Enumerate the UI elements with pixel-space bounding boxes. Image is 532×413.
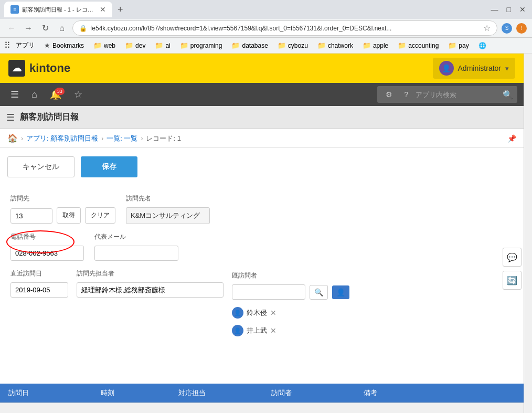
- tab-close-button[interactable]: ✕: [100, 5, 106, 14]
- back-button[interactable]: ←: [5, 24, 18, 33]
- table-header: 訪問日 時刻 対応担当 訪問者 備考: [0, 384, 524, 403]
- visitor-remove-2[interactable]: ✕: [270, 326, 276, 335]
- browser-tab[interactable]: ≡ 顧客別訪問日報 - 1 - レコードの詳... ✕: [4, 2, 112, 17]
- visit-destination-input[interactable]: [10, 208, 52, 224]
- bookmark-dev[interactable]: 📁 dev: [121, 40, 150, 50]
- kintone-logo: ☁ kintone: [8, 60, 70, 77]
- search-input[interactable]: [416, 91, 499, 99]
- visitor-remove-1[interactable]: ✕: [270, 309, 276, 317]
- window-controls: — □ ✕: [489, 5, 528, 14]
- folder-icon: 📁: [398, 41, 406, 49]
- breadcrumb-record-prefix: レコード:: [146, 134, 177, 142]
- bookmark-apps[interactable]: アプリ: [12, 40, 39, 51]
- visit-destination-label: 訪問先: [10, 194, 115, 203]
- bookmark-cybozu[interactable]: 📁 cybozu: [273, 40, 312, 50]
- folder-icon: 📁: [231, 41, 240, 49]
- logo-cloud-icon: ☁: [8, 60, 25, 77]
- visitors-search-button[interactable]: 🔍: [310, 285, 328, 300]
- breadcrumb-record-number: 1: [177, 134, 181, 142]
- bookmark-star-icon[interactable]: ☆: [483, 23, 491, 33]
- folder-icon: 📁: [125, 41, 133, 49]
- globe-icon: 🌐: [478, 42, 486, 49]
- bookmark-chatwork[interactable]: 📁 chatwork: [313, 40, 357, 50]
- bookmark-programing[interactable]: 📁 programing: [176, 40, 227, 50]
- bookmark-more[interactable]: 🌐: [474, 41, 491, 50]
- user-name: Administrator: [458, 64, 501, 72]
- home-nav-icon[interactable]: ⌂: [27, 87, 41, 102]
- favorites-star-icon[interactable]: ☆: [70, 87, 87, 102]
- folder-icon: 📁: [180, 41, 188, 49]
- visitors-label: 既訪問者: [232, 271, 349, 280]
- comment-button[interactable]: 💬: [503, 248, 522, 267]
- assignee-label: 訪問先担当者: [77, 269, 224, 278]
- breadcrumb-home-icon[interactable]: 🏠: [7, 133, 18, 143]
- apps-label: アプリ: [16, 41, 35, 50]
- forward-button[interactable]: →: [22, 24, 35, 33]
- settings-gear-icon[interactable]: ⚙: [381, 88, 397, 101]
- lock-icon: 🔒: [79, 25, 87, 32]
- help-question-icon[interactable]: ?: [400, 88, 412, 101]
- visitors-search-input[interactable]: [232, 284, 305, 300]
- maximize-button[interactable]: □: [505, 5, 513, 14]
- hamburger-menu-icon[interactable]: ☰: [6, 87, 23, 102]
- assignee-input[interactable]: [77, 282, 224, 298]
- new-tab-button[interactable]: +: [118, 4, 123, 15]
- bookmark-pay[interactable]: 📁 pay: [444, 40, 473, 50]
- logo-text: kintone: [29, 61, 70, 75]
- bookmark-database[interactable]: 📁 database: [227, 40, 272, 50]
- extension-icon-1[interactable]: S: [502, 23, 512, 34]
- phone-label: 電話番号: [10, 232, 84, 241]
- pin-icon[interactable]: 📌: [507, 134, 516, 143]
- search-submit-icon[interactable]: 🔍: [503, 90, 513, 100]
- visitor-row-1: 👤 鈴木侵 ✕: [232, 305, 349, 321]
- bookmark-ai[interactable]: 📁 ai: [151, 40, 174, 50]
- table-header-remarks: 備考: [355, 388, 524, 398]
- visitors-add-user-button[interactable]: 👤: [332, 285, 349, 299]
- minimize-button[interactable]: —: [489, 5, 501, 14]
- tab-title: 顧客別訪問日報 - 1 - レコードの詳...: [22, 6, 95, 14]
- list-view-icon[interactable]: ☰: [6, 112, 15, 123]
- breadcrumb-app-prefix: アプリ:: [26, 134, 50, 142]
- last-visit-input[interactable]: [10, 282, 68, 298]
- action-bar: キャンセル 保存: [0, 148, 524, 186]
- save-button[interactable]: 保存: [81, 156, 137, 177]
- url-text: fe54k.cybozu.com/k/857/show#record=1&l.v…: [90, 25, 480, 32]
- bookmark-web-label: web: [104, 42, 115, 49]
- bottom-scrollbar[interactable]: [0, 403, 524, 413]
- apps-grid-icon[interactable]: ⠿: [4, 40, 10, 50]
- kintone-header: ☁ kintone 👤 Administrator ▾: [0, 54, 524, 83]
- email-input[interactable]: [94, 246, 178, 261]
- breadcrumb-app-link[interactable]: アプリ: 顧客別訪問日報: [26, 134, 98, 143]
- bookmark-apple-label: apple: [373, 42, 388, 49]
- extension-icon-2[interactable]: !: [516, 23, 527, 34]
- phone-input[interactable]: [10, 246, 84, 261]
- history-button[interactable]: 🔄: [503, 271, 522, 290]
- kintone-navbar: ☰ ⌂ 🔔 33 ☆ ⚙ ? 🔍: [0, 83, 524, 106]
- user-info[interactable]: 👤 Administrator ▾: [433, 58, 515, 79]
- bookmark-accounting[interactable]: 📁 accounting: [393, 40, 443, 50]
- home-button[interactable]: ⌂: [56, 24, 68, 33]
- star-icon: ★: [44, 41, 50, 49]
- breadcrumb-list-link[interactable]: 一覧: 一覧: [107, 134, 137, 143]
- field-company-name: 訪問先名 K&Mコンサルティング: [126, 194, 210, 224]
- get-button[interactable]: 取得: [57, 207, 81, 224]
- bookmark-web[interactable]: 📁 web: [89, 40, 120, 50]
- bookmark-apple[interactable]: 📁 apple: [358, 40, 392, 50]
- close-button[interactable]: ✕: [517, 5, 528, 14]
- bookmark-ai-label: ai: [165, 42, 170, 49]
- cancel-button[interactable]: キャンセル: [7, 156, 75, 177]
- clear-button[interactable]: クリア: [85, 207, 115, 224]
- reload-button[interactable]: ↻: [39, 23, 51, 33]
- form-row-2: 電話番号 代表メール: [10, 232, 513, 261]
- visitor-name-2: 井上武: [247, 326, 267, 335]
- breadcrumb-list-prefix: 一覧:: [107, 134, 124, 142]
- bookmark-database-label: database: [242, 42, 268, 49]
- vertical-scrollbar[interactable]: [524, 54, 532, 413]
- last-visit-label: 直近訪問日: [10, 269, 68, 278]
- folder-icon: 📁: [363, 41, 371, 49]
- form-area: 訪問先 取得 クリア 訪問先名 K&Mコンサルティング 電話番号: [0, 186, 524, 355]
- bookmark-bookmarks[interactable]: ★ Bookmarks: [40, 40, 88, 50]
- url-bar[interactable]: 🔒 fe54k.cybozu.com/k/857/show#record=1&l…: [72, 20, 497, 36]
- field-assignee: 訪問先担当者: [77, 269, 224, 298]
- breadcrumb: 🏠 › アプリ: 顧客別訪問日報 › 一覧: 一覧 › レコード: 1 📌: [0, 129, 524, 148]
